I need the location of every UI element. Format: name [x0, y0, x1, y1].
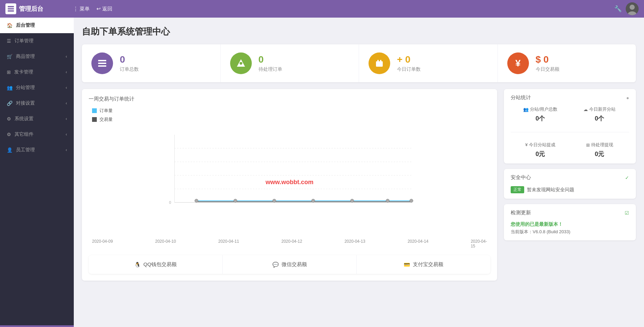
sidebar-label-orders: 订单管理 — [15, 38, 34, 44]
chevron-icon-cards: ‹ — [66, 70, 67, 74]
chevron-icon-connect: ‹ — [66, 101, 67, 106]
panel-stat-label-commission: ¥ 今日分站提成 — [525, 142, 555, 148]
update-latest-text: 您使用的已是最新版本！ — [511, 221, 629, 227]
sidebar-item-dashboard[interactable]: 🏠 后台管理 — [0, 18, 74, 33]
sidebar-item-others[interactable]: ⚙ 其它组件 ‹ — [0, 127, 74, 142]
chart-date-3: 2020-04-12 — [281, 239, 302, 248]
update-version-text: 当前版本：V6.0.8 (Build 2033) — [511, 229, 629, 235]
chevron-icon-staff: ‹ — [66, 148, 67, 152]
legend-box-transactions — [92, 117, 97, 122]
svg-point-21 — [312, 199, 315, 202]
chart-date-2: 2020-04-11 — [218, 239, 239, 248]
right-panel: 分站统计 ● 👥 分站/用户总数 0个 — [504, 89, 636, 281]
chart-area: 0 www.wobbt.com — [89, 128, 490, 236]
logo: 管理后台 — [5, 3, 73, 14]
panel-stat-value-new-sites: 0个 — [595, 114, 604, 123]
panel-stat-pending-withdrawal: ⊞ 待处理提现 0元 — [570, 142, 629, 158]
stat-value-today-orders: + 0 — [397, 54, 410, 65]
update-check-icon: ☑ — [625, 210, 629, 216]
chevron-icon-others: ‹ — [66, 132, 67, 137]
sidebar-item-orders[interactable]: ☰ 订单管理 — [0, 33, 74, 49]
top-nav: 管理后台 ⋮ 菜单 ↩ 返回 🔧 — [0, 0, 644, 18]
payment-row: 🐧 QQ钱包交易额 💬 微信交易额 💳 支付宝交易额 — [89, 255, 490, 274]
withdrawal-icon: ⊞ — [586, 143, 590, 148]
sidebar-item-cards[interactable]: ⊞ 发卡管理 ‹ — [0, 64, 74, 80]
sidebar-icon-cards: ⊞ — [7, 69, 11, 75]
security-message: 暂未发现网站安全问题 — [527, 187, 574, 193]
sidebar-icon-products: 🛒 — [7, 54, 13, 59]
sidebar-label-connect: 对接设置 — [16, 100, 35, 106]
subsite-stats-header: 分站统计 ● — [511, 94, 629, 101]
sidebar-item-staff[interactable]: 👤 员工管理 ‹ — [0, 142, 74, 158]
panel-stat-label-new-sites: ☁ 今日新开分站 — [583, 106, 616, 112]
chart-title: 一周交易与订单统计 — [89, 96, 490, 102]
logo-text: 管理后台 — [19, 5, 43, 13]
svg-rect-8 — [376, 61, 383, 67]
settings-icon[interactable]: 🔧 — [614, 5, 622, 13]
qq-icon: 🐧 — [134, 262, 141, 268]
chevron-icon-products: ‹ — [66, 54, 67, 59]
sidebar-item-connect[interactable]: 🔗 对接设置 ‹ — [0, 95, 74, 111]
layout: 🏠 后台管理 ☰ 订单管理 🛒 商品管理 ‹ ⊞ 发卡管理 ‹ 👥 分站管理 ‹… — [0, 18, 644, 327]
stat-icon-total-orders — [91, 52, 113, 74]
sidebar-label-staff: 员工管理 — [16, 147, 35, 153]
chart-date-5: 2020-04-14 — [407, 239, 428, 248]
menu-dots-icon: ⋮ — [73, 6, 78, 12]
sidebar-item-products[interactable]: 🛒 商品管理 ‹ — [0, 49, 74, 64]
subsite-stats-grid: 👥 分站/用户总数 0个 ☁ 今日新开分站 0个 — [511, 106, 629, 158]
stat-label-today-revenue: 今日交易额 — [536, 66, 559, 72]
payment-item-qq[interactable]: 🐧 QQ钱包交易额 — [89, 255, 223, 274]
panel-stat-value-pending-withdrawal: 0元 — [595, 150, 604, 158]
sidebar-icon-system: ⚙ — [7, 116, 11, 122]
sidebar-label-subsite: 分站管理 — [16, 85, 35, 91]
stat-card-today-orders: + 0 今日订单数 — [359, 44, 498, 82]
security-row: 正常 暂未发现网站安全问题 — [511, 186, 629, 193]
stat-value-pending-orders: 0 — [259, 54, 264, 65]
svg-rect-4 — [98, 63, 106, 64]
stat-info-today-revenue: $ 0 今日交易额 — [536, 54, 559, 72]
security-title: 安全中心 — [511, 174, 531, 181]
sidebar-icon-subsite: 👥 — [7, 85, 13, 90]
update-card: 检测更新 ☑ 您使用的已是最新版本！ 当前版本：V6.0.8 (Build 20… — [504, 204, 636, 240]
stat-value-total-orders: 0 — [120, 54, 125, 65]
chart-date-4: 2020-04-13 — [345, 239, 365, 248]
payment-item-wechat[interactable]: 💬 微信交易额 — [223, 255, 357, 274]
back-icon: ↩ — [96, 6, 101, 12]
panel-stat-label-pending-withdrawal: ⊞ 待处理提现 — [586, 142, 613, 148]
update-title: 检测更新 — [511, 210, 531, 216]
panel-stat-label-total-users: 👥 分站/用户总数 — [523, 106, 558, 112]
legend-box-orders — [92, 108, 97, 113]
svg-point-20 — [273, 199, 276, 202]
panel-stat-value-total-users: 0个 — [535, 114, 545, 123]
svg-point-7 — [240, 62, 242, 65]
payment-item-alipay[interactable]: 💳 支付宝交易额 — [357, 255, 490, 274]
sidebar-icon-dashboard: 🏠 — [7, 23, 13, 28]
svg-point-22 — [351, 199, 354, 202]
sidebar-icon-connect: 🔗 — [7, 101, 13, 106]
stat-card-total-orders: 0 订单总数 — [82, 44, 221, 82]
back-button[interactable]: ↩ 返回 — [96, 6, 112, 12]
menu-button[interactable]: ⋮ 菜单 — [73, 6, 90, 12]
stat-card-today-revenue: ¥ $ 0 今日交易额 — [498, 44, 636, 82]
sidebar-icon-others: ⚙ — [7, 132, 11, 137]
chart-date-0: 2020-04-09 — [92, 239, 113, 248]
avatar[interactable] — [626, 2, 639, 15]
stat-label-pending-orders: 待处理订单 — [259, 66, 282, 72]
cloud-icon: ☁ — [583, 107, 588, 112]
svg-rect-3 — [98, 60, 106, 61]
svg-text:0: 0 — [169, 200, 171, 204]
stat-info-pending-orders: 0 待处理订单 — [259, 54, 282, 72]
sidebar-item-system[interactable]: ⚙ 系统设置 ‹ — [0, 111, 74, 127]
panel-stat-new-sites: ☁ 今日新开分站 0个 — [570, 106, 629, 123]
stat-icon-today-orders — [369, 52, 390, 74]
stat-label-today-orders: 今日订单数 — [397, 66, 421, 72]
subsite-stats-card: 分站统计 ● 👥 分站/用户总数 0个 — [504, 89, 636, 164]
subsite-stats-title: 分站统计 — [511, 94, 531, 101]
top-nav-right: 🔧 — [614, 2, 639, 15]
legend-label-orders: 订单量 — [99, 108, 113, 114]
sidebar-item-subsite[interactable]: 👥 分站管理 ‹ — [0, 80, 74, 95]
chevron-icon-system: ‹ — [66, 116, 67, 121]
stat-label-total-orders: 订单总数 — [120, 66, 139, 72]
security-check-icon: ✓ — [625, 175, 629, 180]
wechat-label: 微信交易额 — [282, 261, 307, 268]
